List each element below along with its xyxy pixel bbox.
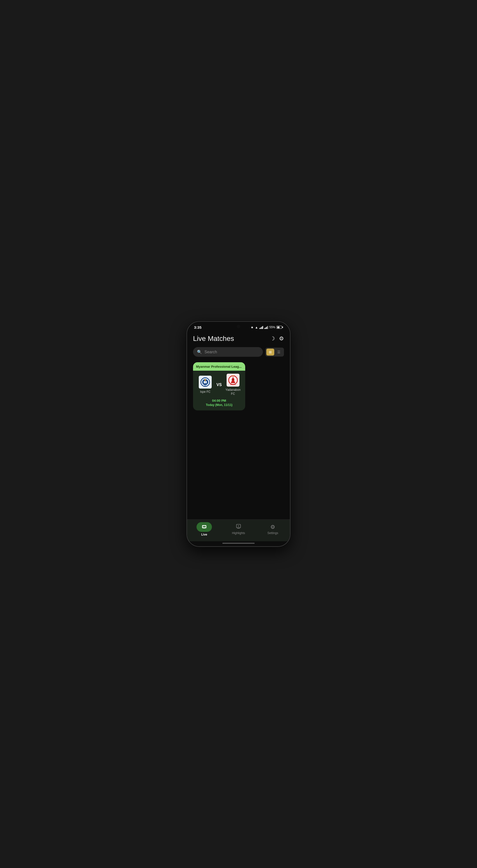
match-time: 04:00 PM Today (Mon, 11/11) bbox=[193, 398, 245, 407]
search-icon: 🔍 bbox=[197, 349, 202, 354]
list-icon: ☰ bbox=[277, 350, 280, 354]
nav-settings-label: Settings bbox=[267, 531, 278, 535]
home-indicator bbox=[187, 541, 290, 546]
nav-highlights-label: Highlights bbox=[232, 531, 245, 535]
highlights-icon bbox=[236, 524, 241, 530]
signal-icon-2 bbox=[264, 326, 268, 329]
status-time: 3:35 bbox=[194, 325, 202, 330]
app-content: Live Matches ☽ ⚙ 🔍 Search ⊞ ☰ bbox=[187, 331, 290, 546]
status-icons: ★ ▲ 55% bbox=[251, 326, 283, 329]
camera-notch bbox=[237, 325, 240, 328]
matches-area: Myanmar Professional Leag... bbox=[187, 360, 290, 519]
page-title: Live Matches bbox=[193, 335, 234, 343]
grid-view-button[interactable]: ⊞ bbox=[266, 349, 274, 355]
header-icons: ☽ ⚙ bbox=[270, 335, 284, 342]
nav-item-live[interactable]: Live bbox=[187, 522, 221, 536]
team-away-name: Yadanabon FC bbox=[223, 388, 243, 396]
phone-screen: 3:35 ★ ▲ 55% bbox=[187, 322, 290, 546]
nav-item-highlights[interactable]: Highlights bbox=[221, 524, 256, 535]
yadanabon-badge-svg: YADANARBON bbox=[228, 375, 239, 385]
svg-marker-23 bbox=[238, 525, 239, 527]
svg-text:ISPE: ISPE bbox=[204, 385, 206, 386]
search-placeholder: Search bbox=[205, 350, 217, 354]
league-header: Myanmar Professional Leag... bbox=[193, 362, 245, 371]
moon-icon[interactable]: ☽ bbox=[270, 335, 275, 342]
nav-highlights-icon-wrap bbox=[236, 524, 241, 530]
bottom-nav: Live Highlights bbox=[187, 519, 290, 541]
team-home-badge: ISPE bbox=[199, 376, 212, 389]
nav-item-settings[interactable]: ⚙ Settings bbox=[256, 524, 290, 535]
match-card[interactable]: Myanmar Professional Leag... bbox=[193, 362, 245, 410]
list-view-button[interactable]: ☰ bbox=[275, 349, 283, 355]
svg-text:YADANARBON: YADANARBON bbox=[230, 384, 236, 385]
team-away-badge: YADANARBON bbox=[227, 374, 239, 386]
ispe-badge-svg: ISPE bbox=[200, 377, 211, 388]
vs-label: VS bbox=[215, 382, 223, 387]
team-home: ISPE Ispe FC bbox=[196, 376, 215, 394]
team-home-name: Ispe FC bbox=[200, 390, 210, 394]
signal-icon-1 bbox=[259, 326, 263, 329]
app-header: Live Matches ☽ ⚙ bbox=[187, 331, 290, 345]
match-body: ISPE Ispe FC VS bbox=[193, 371, 245, 398]
bluetooth-icon: ★ bbox=[251, 326, 254, 329]
svg-point-16 bbox=[233, 375, 234, 376]
league-name: Myanmar Professional Leag... bbox=[196, 365, 242, 368]
battery-percent: 55% bbox=[269, 326, 275, 329]
nav-live-label: Live bbox=[201, 533, 207, 536]
battery-icon bbox=[276, 326, 283, 329]
search-container: 🔍 Search ⊞ ☰ bbox=[187, 345, 290, 360]
svg-point-5 bbox=[205, 379, 206, 381]
team-away: YADANARBON Yadanabon FC bbox=[223, 374, 243, 396]
phone-device: 3:35 ★ ▲ 55% bbox=[186, 321, 291, 547]
live-icon bbox=[202, 524, 207, 530]
settings-icon[interactable]: ⚙ bbox=[279, 335, 284, 342]
nav-live-icon-wrap bbox=[197, 522, 212, 532]
home-bar bbox=[222, 543, 255, 544]
wifi-icon: ▲ bbox=[255, 326, 258, 329]
search-bar[interactable]: 🔍 Search bbox=[193, 347, 263, 357]
match-time-text: 04:00 PM bbox=[193, 399, 245, 402]
grid-icon: ⊞ bbox=[269, 350, 272, 354]
nav-settings-icon-wrap: ⚙ bbox=[270, 524, 275, 530]
match-date-text: Today (Mon, 11/11) bbox=[206, 403, 232, 407]
view-toggle: ⊞ ☰ bbox=[265, 348, 284, 356]
nav-settings-icon: ⚙ bbox=[270, 524, 275, 530]
